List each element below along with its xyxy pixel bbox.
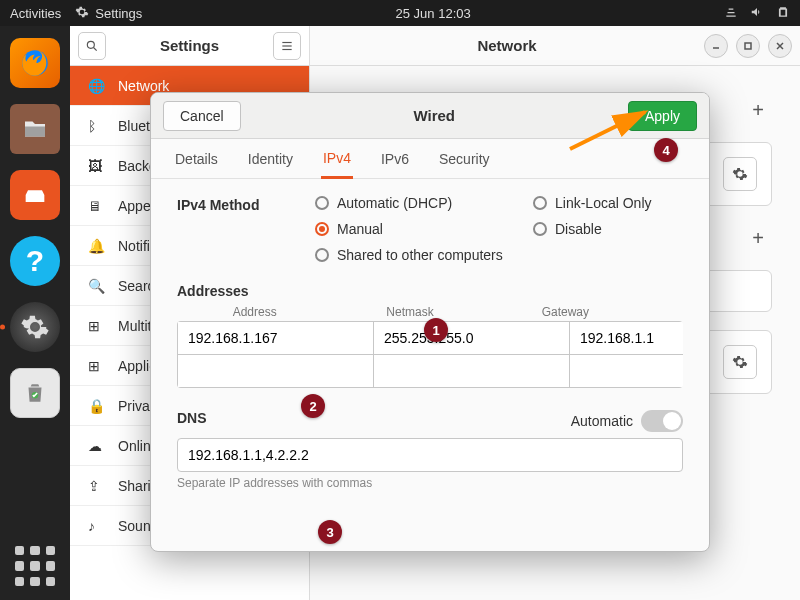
svg-rect-1 (25, 127, 45, 137)
address-row (177, 355, 683, 388)
app-menu-label: Settings (95, 6, 142, 21)
wired-settings-button[interactable] (723, 157, 757, 191)
app-menu[interactable]: Settings (75, 5, 142, 22)
content-title: Network (318, 37, 696, 54)
svg-line-4 (94, 47, 97, 50)
activities-button[interactable]: Activities (10, 6, 61, 21)
netmask-input[interactable] (374, 355, 570, 388)
menu-button[interactable] (273, 32, 301, 60)
svg-rect-9 (745, 43, 751, 49)
ipv4-method-label: IPv4 Method (177, 195, 287, 213)
radio-icon (533, 196, 547, 210)
radio-label: Shared to other computers (337, 247, 503, 263)
tab-identity[interactable]: Identity (246, 141, 295, 177)
dns-hint: Separate IP addresses with commas (177, 476, 683, 490)
gateway-input[interactable] (570, 355, 683, 388)
category-icon: 🌐 (88, 78, 104, 94)
radio-icon (533, 222, 547, 236)
clock[interactable]: 25 Jun 12:03 (142, 6, 724, 21)
radio-manual[interactable]: Manual (315, 221, 505, 237)
dock-software[interactable] (10, 170, 60, 220)
tab-security[interactable]: Security (437, 141, 492, 177)
battery-icon[interactable] (776, 5, 790, 22)
radio-label: Link-Local Only (555, 195, 652, 211)
category-icon: 🔒 (88, 398, 104, 414)
radio-automatic-dhcp-[interactable]: Automatic (DHCP) (315, 195, 505, 211)
category-icon: ⊞ (88, 318, 104, 334)
address-input[interactable] (177, 355, 374, 388)
dns-input[interactable] (177, 438, 683, 472)
col-netmask: Netmask (332, 305, 487, 319)
dock-trash[interactable] (10, 368, 60, 418)
search-button[interactable] (78, 32, 106, 60)
sidebar-title: Settings (106, 37, 273, 54)
tab-ipv4[interactable]: IPv4 (321, 140, 353, 179)
add-vpn-button[interactable]: + (744, 224, 772, 252)
annotation-3: 3 (318, 520, 342, 544)
gnome-topbar: Activities Settings 25 Jun 12:03 (0, 0, 800, 26)
category-icon: ⊞ (88, 358, 104, 374)
tab-details[interactable]: Details (173, 141, 220, 177)
col-address: Address (177, 305, 332, 319)
cancel-button[interactable]: Cancel (163, 101, 241, 131)
annotation-4: 4 (654, 138, 678, 162)
maximize-button[interactable] (736, 34, 760, 58)
col-gateway: Gateway (488, 305, 643, 319)
radio-link-local-only[interactable]: Link-Local Only (533, 195, 683, 211)
radio-icon (315, 222, 329, 236)
volume-icon[interactable] (750, 5, 764, 22)
radio-icon (315, 248, 329, 262)
show-applications[interactable] (15, 546, 55, 586)
category-icon: 🖼 (88, 158, 104, 174)
dock-files[interactable] (10, 104, 60, 154)
annotation-1: 1 (424, 318, 448, 342)
category-icon: ☁ (88, 438, 104, 454)
gateway-input[interactable] (570, 321, 683, 355)
category-icon: ᛒ (88, 118, 104, 134)
proxy-settings-button[interactable] (723, 345, 757, 379)
tab-ipv6[interactable]: IPv6 (379, 141, 411, 177)
dock: ? (0, 26, 70, 600)
svg-line-12 (570, 112, 645, 149)
svg-point-3 (87, 41, 94, 48)
address-input[interactable] (177, 321, 374, 355)
annotation-2: 2 (301, 394, 325, 418)
network-status-icon[interactable] (724, 5, 738, 22)
category-icon: 🔔 (88, 238, 104, 254)
radio-label: Manual (337, 221, 383, 237)
category-icon: ⇪ (88, 478, 104, 494)
category-icon: 🖥 (88, 198, 104, 214)
close-button[interactable] (768, 34, 792, 58)
dns-automatic-toggle[interactable] (641, 410, 683, 432)
radio-label: Disable (555, 221, 602, 237)
dock-settings[interactable] (10, 302, 60, 352)
add-wired-button[interactable]: + (744, 96, 772, 124)
dock-firefox[interactable] (10, 38, 60, 88)
netmask-input[interactable] (374, 321, 570, 355)
category-icon: ♪ (88, 518, 104, 534)
dns-label: DNS (177, 410, 207, 426)
addresses-label: Addresses (177, 283, 683, 299)
dns-automatic-label: Automatic (571, 413, 633, 429)
radio-icon (315, 196, 329, 210)
category-icon: 🔍 (88, 278, 104, 294)
gear-icon (75, 5, 89, 22)
radio-disable[interactable]: Disable (533, 221, 683, 237)
radio-shared-to-other-computers[interactable]: Shared to other computers (315, 247, 505, 263)
dock-help[interactable]: ? (10, 236, 60, 286)
annotation-arrow (565, 104, 655, 154)
radio-label: Automatic (DHCP) (337, 195, 452, 211)
minimize-button[interactable] (704, 34, 728, 58)
